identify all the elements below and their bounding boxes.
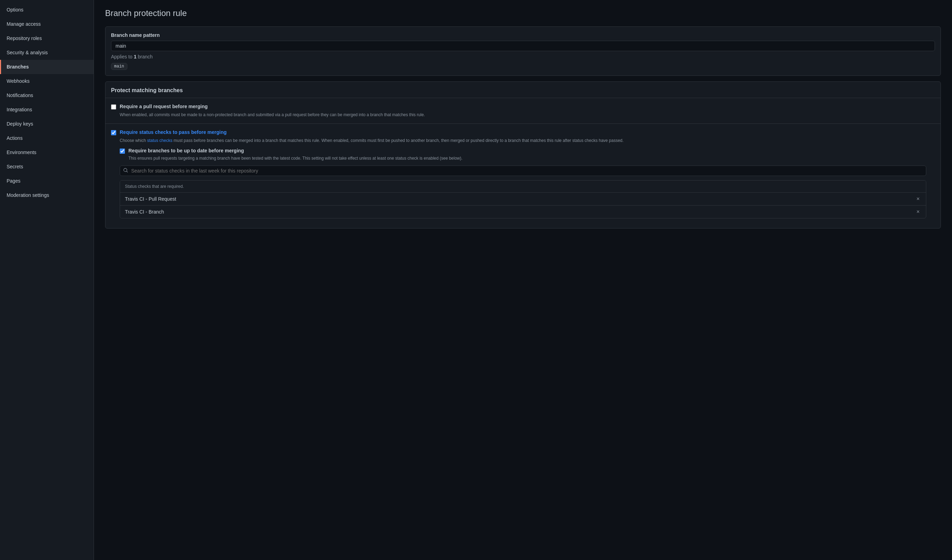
status-checks-list-header: Status checks that are required. (120, 180, 926, 193)
sidebar-item-integrations[interactable]: Integrations (0, 103, 94, 117)
require-up-to-date-title: Require branches to be up to date before… (128, 148, 244, 153)
rule-require-pr: Require a pull request before merging Wh… (105, 98, 941, 124)
search-icon (123, 168, 128, 174)
require-pr-description: When enabled, all commits must be made t… (111, 112, 935, 118)
branch-name-pattern-label: Branch name pattern (111, 32, 935, 38)
sidebar-item-pages[interactable]: Pages (0, 174, 94, 188)
rule-require-status-checks: Require status checks to pass before mer… (105, 124, 941, 228)
require-status-checks-description: Choose which status checks must pass bef… (111, 137, 935, 143)
status-check-travis-pr: Travis CI - Pull Request × (120, 193, 926, 205)
remove-travis-branch-button[interactable]: × (915, 209, 921, 214)
sidebar-item-options[interactable]: Options (0, 3, 94, 17)
sidebar-item-manage-access[interactable]: Manage access (0, 17, 94, 31)
branch-name-pattern-card: Branch name pattern Applies to 1 branch … (105, 26, 941, 76)
applies-count: 1 (134, 54, 136, 60)
require-status-checks-checkbox[interactable] (111, 130, 116, 135)
require-up-to-date-checkbox[interactable] (120, 148, 125, 154)
sidebar: OptionsManage accessRepository rolesSecu… (0, 0, 94, 560)
status-checks-list: Status checks that are required. Travis … (120, 180, 926, 218)
sidebar-item-notifications[interactable]: Notifications (0, 88, 94, 103)
sidebar-item-security-analysis[interactable]: Security & analysis (0, 46, 94, 60)
branch-name-input[interactable] (111, 41, 935, 51)
page-title: Branch protection rule (105, 8, 941, 18)
branch-tag: main (111, 63, 127, 70)
protect-matching-branches-card: Protect matching branches Require a pull… (105, 82, 941, 228)
require-status-checks-title: Require status checks to pass before mer… (120, 130, 227, 135)
remove-travis-pr-button[interactable]: × (915, 196, 921, 202)
status-checks-search-input[interactable] (120, 165, 926, 176)
status-check-travis-branch-label: Travis CI - Branch (125, 209, 164, 214)
sidebar-item-environments[interactable]: Environments (0, 145, 94, 160)
sidebar-item-webhooks[interactable]: Webhooks (0, 74, 94, 88)
sidebar-item-repository-roles[interactable]: Repository roles (0, 31, 94, 46)
sidebar-item-secrets[interactable]: Secrets (0, 160, 94, 174)
status-check-travis-branch: Travis CI - Branch × (120, 205, 926, 218)
status-check-travis-pr-label: Travis CI - Pull Request (125, 196, 176, 202)
require-pr-title: Require a pull request before merging (120, 103, 208, 109)
main-content: Branch protection rule Branch name patte… (94, 0, 952, 560)
applies-text: Applies to 1 branch (111, 54, 935, 60)
status-checks-link[interactable]: status checks (147, 138, 173, 143)
status-checks-search-wrapper (120, 165, 926, 176)
sidebar-item-deploy-keys[interactable]: Deploy keys (0, 117, 94, 131)
sidebar-item-branches[interactable]: Branches (0, 60, 94, 74)
protect-section-title: Protect matching branches (105, 82, 941, 98)
require-up-to-date-description: This ensures pull requests targeting a m… (120, 155, 935, 161)
sub-rule-up-to-date: Require branches to be up to date before… (120, 148, 935, 161)
require-pr-checkbox[interactable] (111, 104, 116, 110)
sidebar-item-actions[interactable]: Actions (0, 131, 94, 145)
sidebar-item-moderation-settings[interactable]: Moderation settings (0, 188, 94, 202)
